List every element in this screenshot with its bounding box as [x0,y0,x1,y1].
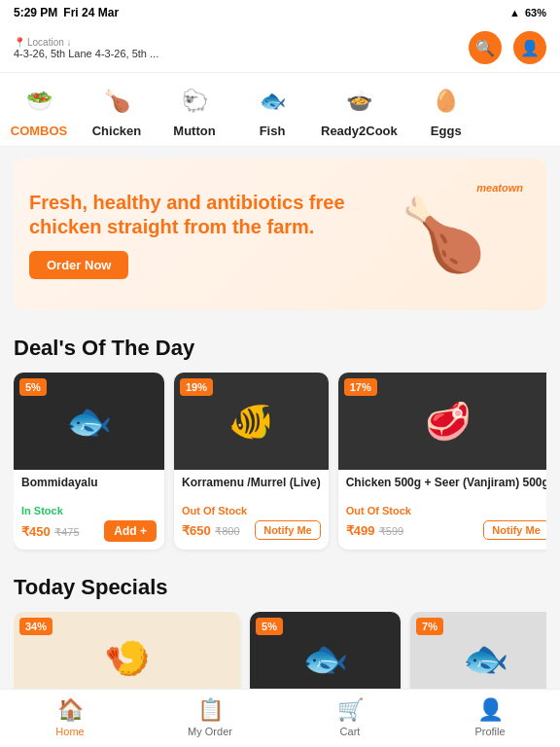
notify-button-p2[interactable]: Notify Me [255,520,321,540]
discount-badge-p1: 5% [19,378,47,396]
category-item-eggs[interactable]: 🥚 Eggs [407,83,485,138]
cat-icon-combos: 🥗 [20,83,57,120]
stock-status-p2: Out Of Stock [182,505,321,516]
discount-badge-p2: 19% [180,378,213,396]
price-block-p3: ₹499 ₹599 [346,521,404,539]
discount-badge-s1: 34% [19,618,52,635]
brand-logo: meatown [476,182,523,194]
price-old-p2: ₹800 [215,525,239,537]
nav-label-home: Home [55,726,84,737]
banner-title: Fresh, healthy and antibiotics free chic… [29,191,356,239]
deals-section: Deal's Of The Day 5% 🐟 Bommidayalu In St… [0,322,560,561]
product-card-p2: 19% 🐠 Korramenu /Murrel (Live) Out Of St… [174,373,329,550]
cat-label-ready2cook: Ready2Cook [321,124,398,138]
product-emoji-p1: 🐟 [66,400,112,443]
location-label: 📍 Location ↓ [14,37,158,48]
category-item-ready2cook[interactable]: 🍲 Ready2Cook [311,83,407,138]
cat-label-combos: COMBOS [11,124,68,138]
profile-icon: 👤 [520,39,540,57]
banner-image: meatown 🍗 [356,176,531,293]
pin-icon: 📍 [14,37,25,48]
location-block[interactable]: 📍 Location ↓ 4-3-26, 5th Lane 4-3-26, 5t… [14,37,158,59]
product-name-p3: Chicken 500g + Seer (Vanjiram) 500g [346,476,546,503]
nav-label-profile: Profile [474,726,505,737]
search-button[interactable]: 🔍 [469,31,502,64]
product-info-p1: Bommidayalu In Stock ₹450 ₹475 Add + [14,470,164,550]
product-emoji-s2: 🐟 [302,637,348,680]
product-image-p2: 19% 🐠 [174,373,329,470]
profile-button[interactable]: 👤 [513,31,546,64]
product-image-p1: 5% 🐟 [14,373,164,470]
nav-item-myorder[interactable]: 📋 My Order [181,697,239,737]
cat-label-mutton: Mutton [173,124,215,138]
product-name-p2: Korramenu /Murrel (Live) [182,476,321,503]
product-emoji-p3: 🥩 [425,400,471,443]
battery: 63% [525,7,546,18]
price-block-p2: ₹650 ₹800 [182,521,240,539]
product-emoji-s1: 🍤 [104,637,150,680]
price-old-p3: ₹599 [379,525,403,537]
location-address: 4-3-26, 5th Lane 4-3-26, 5th ... [14,48,158,59]
deals-title: Deal's Of The Day [14,336,546,361]
stock-status-p1: In Stock [21,505,157,516]
header: 📍 Location ↓ 4-3-26, 5th Lane 4-3-26, 5t… [0,25,560,73]
discount-badge-s2: 5% [256,618,283,635]
cat-label-fish: Fish [260,124,286,138]
price-current-p2: ₹650 [182,523,211,538]
banner-text: Fresh, healthy and antibiotics free chic… [29,191,356,279]
price-old-p1: ₹475 [54,526,79,538]
price-current-p3: ₹499 [346,523,375,538]
cat-label-eggs: Eggs [431,124,462,138]
nav-icon-myorder: 📋 [197,697,224,723]
banner: Fresh, healthy and antibiotics free chic… [14,159,546,310]
stock-status-p3: Out Of Stock [346,505,546,516]
cat-icon-mutton: 🐑 [176,83,213,120]
specials-title: Today Specials [14,575,546,600]
product-card-p3: 17% 🥩 Chicken 500g + Seer (Vanjiram) 500… [338,373,546,550]
nav-icon-cart: 🛒 [337,697,364,723]
nav-item-home[interactable]: 🏠 Home [41,697,99,737]
nav-item-cart[interactable]: 🛒 Cart [321,697,379,737]
nav-icon-profile: 👤 [477,697,504,723]
category-item-fish[interactable]: 🐟 Fish [233,83,311,138]
category-item-chicken[interactable]: 🍗 Chicken [78,83,156,138]
add-button-p1[interactable]: Add + [104,520,157,542]
product-info-p2: Korramenu /Murrel (Live) Out Of Stock ₹6… [174,470,329,548]
discount-badge-p3: 17% [344,378,377,396]
order-now-button[interactable]: Order Now [29,251,128,279]
price-block-p1: ₹450 ₹475 [21,522,80,540]
notify-button-p3[interactable]: Notify Me [483,520,546,540]
deals-products-row: 5% 🐟 Bommidayalu In Stock ₹450 ₹475 Add … [14,373,546,557]
search-icon: 🔍 [475,39,495,57]
price-row-p3: ₹499 ₹599 Notify Me [346,520,546,540]
category-item-combos[interactable]: 🥗 COMBOS [0,83,78,138]
cat-icon-fish: 🐟 [254,83,291,120]
cat-icon-chicken: 🍗 [98,83,135,120]
cat-label-chicken: Chicken [92,124,142,138]
cat-icon-ready2cook: 🍲 [340,83,377,120]
price-row-p1: ₹450 ₹475 Add + [21,520,157,542]
price-current-p1: ₹450 [21,524,51,539]
nav-item-profile[interactable]: 👤 Profile [461,697,519,737]
header-icons: 🔍 👤 [469,31,546,64]
nav-icon-home: 🏠 [57,697,84,723]
product-image-p3: 17% 🥩 [338,373,546,470]
bottom-nav: 🏠 Home 📋 My Order 🛒 Cart 👤 Profile [0,689,560,747]
date: Fri 24 Mar [63,6,119,19]
nav-label-cart: Cart [340,726,361,737]
category-item-mutton[interactable]: 🐑 Mutton [156,83,233,138]
status-bar: 5:29 PM Fri 24 Mar ▲ 63% [0,0,560,25]
cat-icon-eggs: 🥚 [428,83,465,120]
product-emoji-p2: 🐠 [228,400,274,443]
product-name-p1: Bommidayalu [21,476,157,503]
discount-badge-s3: 7% [416,618,443,635]
product-emoji-s3: 🐟 [463,637,508,680]
product-info-p3: Chicken 500g + Seer (Vanjiram) 500g Out … [338,470,546,548]
nav-label-myorder: My Order [188,726,232,737]
wifi-icon: ▲ [509,7,520,18]
product-card-p1: 5% 🐟 Bommidayalu In Stock ₹450 ₹475 Add … [14,373,164,550]
category-strip: 🥗 COMBOS 🍗 Chicken 🐑 Mutton 🐟 Fish 🍲 Rea… [0,73,560,147]
time: 5:29 PM [14,6,57,19]
price-row-p2: ₹650 ₹800 Notify Me [182,520,321,540]
